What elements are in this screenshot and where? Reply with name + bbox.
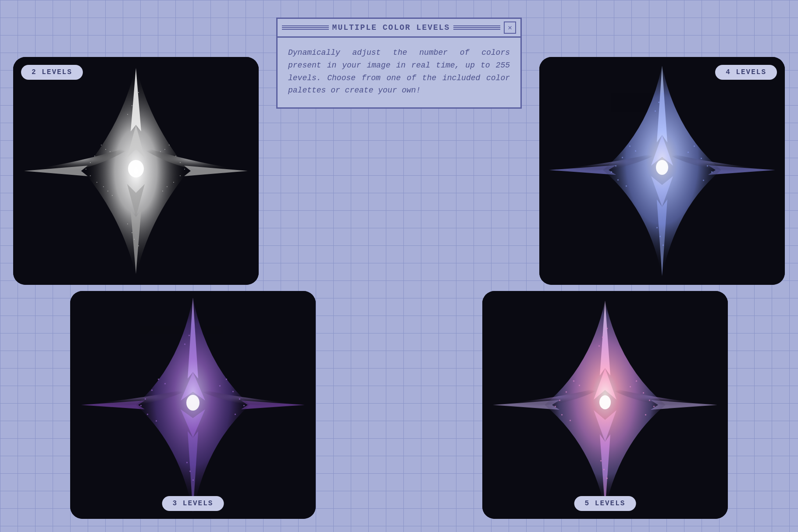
svg-rect-57: [235, 414, 236, 415]
svg-rect-16: [103, 186, 104, 187]
card-4-levels: 4 LEVELS: [539, 57, 785, 285]
svg-rect-11: [94, 156, 95, 156]
svg-rect-51: [156, 420, 157, 422]
window-title: MULTIPLE COLOR LEVELS: [332, 23, 450, 32]
svg-rect-36: [138, 245, 139, 246]
svg-rect-26: [173, 182, 174, 183]
svg-rect-31: [134, 99, 135, 99]
titlebar-decoration-right: [453, 25, 500, 30]
svg-rect-102: [559, 400, 560, 401]
svg-rect-83: [711, 171, 712, 173]
svg-rect-86: [658, 102, 659, 103]
svg-rect-53: [219, 385, 221, 387]
svg-rect-9: [105, 149, 106, 150]
card-label-5-levels: 5 LEVELS: [574, 496, 636, 511]
star-5-levels-svg: [482, 291, 728, 519]
svg-rect-81: [701, 158, 702, 159]
window-body: Dynamically adjust the number of colors …: [278, 38, 520, 107]
titlebar-decoration-left: [282, 25, 329, 30]
svg-rect-10: [110, 151, 110, 152]
svg-rect-8: [101, 145, 102, 145]
svg-rect-90: [663, 245, 664, 246]
card-label-2-levels: 2 LEVELS: [21, 65, 83, 80]
svg-rect-75: [615, 165, 616, 167]
cards-area: 2 LEVELS: [13, 57, 785, 519]
svg-rect-62: [189, 471, 191, 472]
svg-rect-45: [158, 379, 159, 380]
svg-rect-47: [151, 390, 153, 391]
svg-rect-105: [570, 420, 571, 421]
svg-rect-116: [603, 469, 605, 470]
svg-rect-114: [606, 328, 608, 329]
svg-rect-89: [659, 236, 661, 237]
svg-rect-100: [579, 385, 580, 386]
card-2-levels: 2 LEVELS: [13, 57, 259, 285]
svg-point-71: [656, 160, 668, 175]
svg-rect-50: [147, 414, 148, 415]
svg-rect-29: [127, 114, 128, 115]
svg-rect-27: [167, 186, 167, 187]
svg-rect-19: [169, 145, 170, 145]
svg-rect-72: [629, 145, 631, 147]
svg-rect-88: [656, 227, 658, 228]
window-description: Dynamically adjust the number of colors …: [288, 46, 510, 97]
svg-rect-76: [611, 171, 612, 173]
svg-rect-87: [663, 93, 664, 94]
svg-rect-55: [239, 398, 240, 400]
svg-rect-79: [694, 145, 695, 147]
svg-rect-61: [186, 462, 188, 463]
dialog-window: MULTIPLE COLOR LEVELS ✕ Dynamically adju…: [276, 18, 522, 109]
svg-rect-54: [232, 391, 234, 392]
svg-rect-12: [90, 162, 91, 163]
svg-rect-25: [180, 175, 181, 176]
svg-rect-78: [626, 185, 627, 187]
svg-rect-60: [193, 326, 194, 327]
svg-rect-23: [180, 162, 181, 163]
svg-point-98: [599, 395, 611, 409]
svg-rect-30: [132, 105, 132, 106]
svg-rect-22: [175, 156, 176, 156]
svg-rect-104: [561, 414, 563, 415]
card-label-3-levels: 3 LEVELS: [162, 496, 224, 511]
card-label-4-levels: 4 LEVELS: [715, 65, 777, 80]
star-3-levels-svg: [70, 291, 316, 519]
svg-rect-17: [107, 191, 108, 192]
svg-rect-49: [140, 405, 142, 406]
svg-rect-84: [703, 180, 704, 181]
svg-rect-21: [160, 151, 161, 152]
svg-rect-33: [127, 223, 128, 224]
svg-rect-112: [598, 345, 600, 347]
svg-rect-106: [636, 380, 637, 382]
svg-rect-46: [164, 383, 166, 384]
svg-point-7: [128, 160, 144, 177]
svg-rect-117: [606, 478, 608, 479]
svg-point-44: [186, 395, 200, 411]
svg-rect-80: [688, 152, 689, 153]
svg-rect-52: [226, 379, 227, 380]
svg-rect-18: [112, 195, 113, 196]
svg-rect-99: [573, 380, 574, 382]
card-3-levels: 3 LEVELS: [70, 291, 316, 519]
svg-rect-77: [617, 179, 619, 181]
star-2-levels-svg: [13, 57, 259, 285]
svg-rect-32: [138, 92, 139, 93]
close-button[interactable]: ✕: [504, 21, 516, 34]
svg-rect-108: [643, 392, 644, 394]
svg-rect-74: [622, 157, 623, 158]
svg-rect-56: [243, 405, 245, 406]
svg-rect-109: [649, 400, 650, 401]
svg-rect-107: [630, 386, 631, 387]
svg-rect-111: [645, 414, 646, 415]
svg-rect-73: [635, 150, 636, 152]
svg-rect-13: [86, 169, 86, 170]
svg-rect-110: [653, 406, 655, 407]
star-4-levels-svg: [539, 57, 785, 285]
svg-rect-24: [184, 169, 185, 170]
svg-rect-115: [600, 460, 602, 461]
card-5-levels: 5 LEVELS: [482, 291, 728, 519]
svg-rect-59: [189, 335, 190, 336]
svg-rect-14: [90, 175, 91, 176]
svg-rect-101: [566, 391, 567, 393]
svg-rect-85: [655, 110, 656, 112]
svg-rect-48: [145, 398, 146, 400]
